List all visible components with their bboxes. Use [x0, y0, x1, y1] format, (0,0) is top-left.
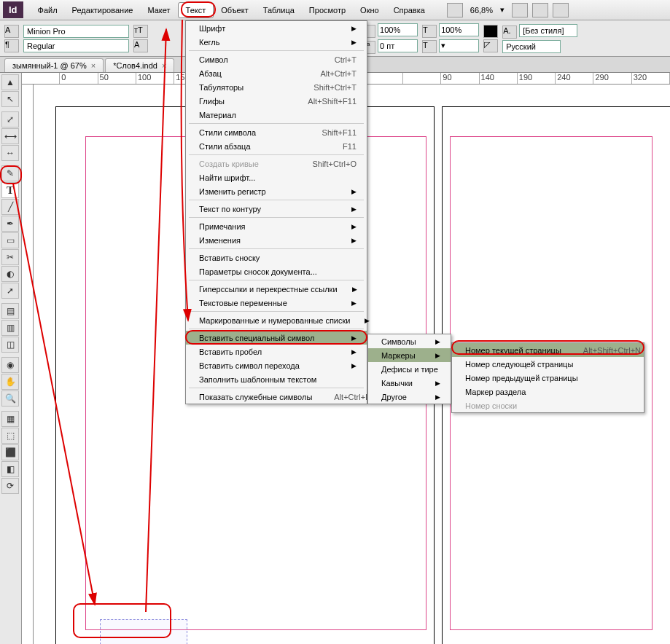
tool-button[interactable]: ⤢: [1, 111, 19, 127]
text-menu-dropdown: Шрифт▶Кегль▶СимволCtrl+TАбзацAlt+Ctrl+TТ…: [185, 20, 367, 404]
screen-mode-icon[interactable]: [532, 3, 548, 17]
menu-item[interactable]: АбзацAlt+Ctrl+T: [186, 66, 367, 80]
menu-item[interactable]: Маркированные и нумерованные списки▶: [186, 313, 367, 327]
tool-button[interactable]: ➚: [1, 283, 19, 299]
fill-icon[interactable]: T: [483, 25, 498, 38]
menu-item[interactable]: Номер следующей страницы: [452, 357, 644, 371]
lang-select[interactable]: [502, 40, 561, 53]
tool-button[interactable]: ◐: [1, 266, 19, 282]
para-format-icon[interactable]: ¶: [4, 39, 19, 52]
menu-item[interactable]: СимволCtrl+T: [186, 52, 367, 66]
menu-item[interactable]: ТабуляторыShift+Ctrl+T: [186, 80, 367, 94]
tool-button[interactable]: ▭: [1, 232, 19, 248]
tool-button[interactable]: ◫: [1, 337, 19, 353]
menu-item[interactable]: Номер текущей страницыAlt+Shift+Ctrl+N: [452, 343, 644, 357]
tool-button[interactable]: ◉: [1, 357, 19, 373]
tool-button[interactable]: ⬛: [1, 444, 19, 460]
char-format-icon[interactable]: A: [4, 25, 19, 38]
tool-button[interactable]: ↔: [1, 145, 19, 161]
menu-item[interactable]: Текстовые переменные▶: [186, 296, 367, 310]
menu-item[interactable]: Гиперссылки и перекрестные ссылки▶: [186, 282, 367, 296]
menu-layout[interactable]: Макет: [140, 3, 177, 17]
baseline-input[interactable]: [378, 39, 418, 52]
menu-help[interactable]: Справка: [386, 3, 432, 17]
menu-item[interactable]: Вставить пробел▶: [186, 345, 367, 358]
menu-item[interactable]: Стили символаShift+F11: [186, 125, 367, 139]
menu-item[interactable]: Символы▶: [368, 334, 451, 348]
text-frame[interactable]: [100, 619, 187, 644]
menu-item[interactable]: Стили абзацаF11: [186, 139, 367, 153]
menu-window[interactable]: Окно: [353, 3, 386, 17]
menu-item[interactable]: Шрифт▶: [186, 21, 367, 35]
close-icon[interactable]: ×: [162, 61, 166, 70]
menu-item[interactable]: Параметры сносок документа...: [186, 264, 367, 278]
menu-file[interactable]: Файл: [31, 3, 65, 17]
tool-button[interactable]: ◧: [1, 461, 19, 477]
tool-button[interactable]: ✋: [1, 374, 19, 390]
menu-item[interactable]: Материал: [186, 108, 367, 122]
menu-item[interactable]: Вставить специальный символ▶: [186, 331, 367, 345]
menu-item[interactable]: Кегль▶: [186, 35, 367, 49]
submenu-arrow-icon: ▶: [351, 237, 357, 244]
leading-icon: А: [133, 39, 148, 52]
tool-button[interactable]: ✂: [1, 249, 19, 265]
menu-table[interactable]: Таблица: [256, 3, 302, 17]
menu-text[interactable]: Текст: [178, 2, 214, 18]
menu-item[interactable]: Заполнить шаблонным текстом: [186, 372, 367, 386]
skew-icon: T: [422, 40, 437, 53]
tool-button[interactable]: ✎: [1, 165, 19, 181]
menu-item[interactable]: Примечания▶: [186, 219, 367, 233]
view-mode-icon[interactable]: [512, 3, 528, 17]
menu-item[interactable]: Показать служебные символыAlt+Ctrl+I: [186, 390, 367, 404]
menu-item[interactable]: Вставить символ перехода▶: [186, 358, 367, 372]
special-char-submenu: Символы▶Маркеры▶Дефисы и тире▶Кавычки▶Др…: [367, 334, 451, 404]
menu-item[interactable]: Изменить регистр▶: [186, 184, 367, 198]
menu-item[interactable]: Маркер раздела: [452, 385, 644, 398]
menu-item[interactable]: Маркеры▶: [368, 348, 451, 362]
menu-item[interactable]: Кавычки▶: [368, 376, 451, 390]
font-family-select[interactable]: [23, 25, 129, 38]
menu-item[interactable]: Вставить сноску: [186, 251, 367, 264]
doc-tab[interactable]: *Слов4.indd×: [105, 58, 174, 72]
zoom-level[interactable]: 66,8%: [466, 4, 497, 16]
bridge-icon[interactable]: [447, 3, 463, 17]
menu-item[interactable]: Номер предыдущей страницы: [452, 371, 644, 385]
tool-button[interactable]: 🔍: [1, 390, 19, 407]
font-weight-select[interactable]: [23, 39, 129, 52]
type-tool[interactable]: T: [1, 182, 19, 198]
charstyle-icon: A.: [502, 25, 517, 39]
tool-button[interactable]: ╱: [1, 199, 19, 215]
tool-button[interactable]: ▥: [1, 320, 19, 336]
tool-button[interactable]: ⟳: [1, 478, 19, 494]
tool-button[interactable]: ⬚: [1, 428, 19, 444]
submenu-arrow-icon: ▶: [351, 348, 357, 356]
submenu-arrow-icon: ▶: [352, 286, 357, 293]
tool-button[interactable]: ▲: [1, 74, 19, 90]
menu-item[interactable]: ГлифыAlt+Shift+F11: [186, 94, 367, 108]
stroke-icon[interactable]: ◸: [483, 39, 498, 52]
menu-item[interactable]: Изменения▶: [186, 233, 367, 247]
arrange-icon[interactable]: [553, 3, 569, 17]
scale-v-icon: T: [422, 25, 437, 38]
scale-v-input[interactable]: [439, 23, 479, 36]
doc-tab[interactable]: зымянный-1 @ 67%×: [4, 58, 104, 72]
skew-input[interactable]: [439, 39, 479, 52]
menu-item[interactable]: Текст по контуру▶: [186, 202, 367, 216]
menu-item[interactable]: Найти шрифт...: [186, 170, 367, 184]
menu-edit[interactable]: Редактирование: [65, 3, 141, 17]
vertical-ruler[interactable]: [22, 85, 34, 644]
menu-object[interactable]: Объект: [214, 3, 255, 17]
menu-item[interactable]: Дефисы и тире▶: [368, 362, 451, 376]
menu-view[interactable]: Просмотр: [302, 3, 353, 17]
close-icon[interactable]: ×: [91, 61, 96, 70]
tool-button[interactable]: ✒: [1, 216, 19, 232]
scale-h-input[interactable]: [378, 23, 418, 36]
char-style-select[interactable]: [519, 24, 577, 37]
submenu-arrow-icon: ▶: [435, 393, 440, 401]
tool-button[interactable]: ⟷: [1, 128, 19, 144]
menu-item[interactable]: Другое▶: [368, 390, 451, 404]
tool-button[interactable]: ↖: [1, 91, 19, 107]
tool-button[interactable]: ▦: [1, 411, 19, 427]
tool-button[interactable]: ▤: [1, 303, 19, 319]
submenu-arrow-icon: ▶: [351, 223, 357, 230]
